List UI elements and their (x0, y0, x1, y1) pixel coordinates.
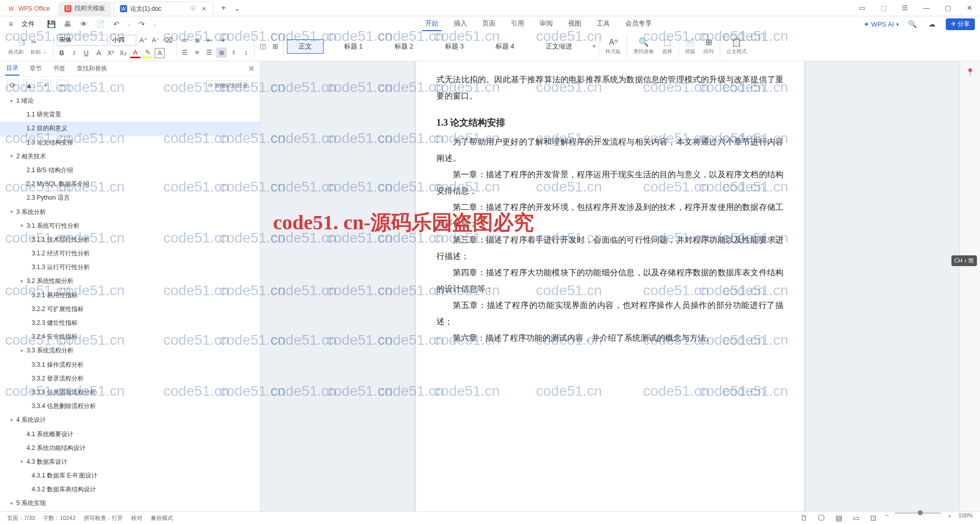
toc-item[interactable]: 2.2 MySQL 数据库介绍 (0, 177, 260, 191)
zoom-out-icon[interactable]: − (885, 512, 888, 523)
toc-item[interactable]: 3.1.2 经济可行性分析 (0, 247, 260, 260)
toc-item[interactable]: ▾4 系统设计 (0, 413, 260, 427)
increase-font-icon[interactable]: A⁺ (138, 35, 149, 45)
add-tab-button[interactable]: ＋ (217, 2, 230, 14)
toc-item[interactable]: 4.3.1 数据库 E-R 图设计 (0, 469, 260, 483)
style-body[interactable]: 正文 (287, 39, 324, 54)
app-tab[interactable]: W WPS Office (1, 2, 56, 16)
status-page[interactable]: 页面：7/33 (7, 514, 35, 522)
menu-insert[interactable]: 插入 (451, 17, 470, 31)
toc-item[interactable]: ▾1 绪论 (0, 94, 260, 108)
line-spacing-icon[interactable]: ↕ (241, 47, 251, 58)
menu-start[interactable]: 开始 (422, 17, 442, 31)
status-spell[interactable]: 拼写检查：打开 (84, 514, 123, 522)
menu-view[interactable]: 视图 (565, 17, 584, 31)
toc-item[interactable]: ▾4.3 数据库设计 (0, 455, 260, 469)
toc-item[interactable]: 3.2.1 易用性指标 (0, 289, 260, 302)
smart-toc-button[interactable]: ⟳智能识别目录 (204, 80, 253, 91)
toc-item[interactable]: 4.2 系统功能结构设计 (0, 441, 260, 455)
styles-group[interactable]: Aᵅ样式集 (602, 33, 624, 60)
close-window-icon[interactable]: ✕ (959, 0, 980, 16)
sidetab-chapter[interactable]: 章节 (29, 62, 43, 75)
bold-icon[interactable]: B (57, 48, 67, 58)
align-center-icon[interactable]: ≡ (192, 47, 202, 58)
align-left-icon[interactable]: ☰ (180, 47, 190, 58)
document-area[interactable]: ⋮⋮ 式无法比拟的。因此基于推荐算法的电影推荐系统为数据信息的管理模式的升级与改… (260, 61, 960, 511)
toc-item[interactable]: 1.2 目的和意义 (0, 122, 260, 135)
align-justify-icon[interactable]: ≣ (216, 47, 227, 58)
zoom-label[interactable]: 100% (959, 512, 973, 523)
format-brush[interactable]: 格式刷 (8, 49, 23, 56)
toc-item[interactable]: 3.3.2 登录流程分析 (0, 372, 260, 386)
preview-icon[interactable]: 👁 (78, 18, 89, 30)
toc-item[interactable]: 4.3.2 数据库表结构设计 (0, 483, 260, 496)
decrease-font-icon[interactable]: A⁻ (151, 35, 161, 45)
toc-item[interactable]: ▾3.1 系统可行性分析 (0, 219, 260, 233)
sidetab-find[interactable]: 查找和替换 (76, 62, 108, 75)
toc-item[interactable]: 3.2.3 健壮性指标 (0, 316, 260, 330)
decrease-indent-icon[interactable]: ⇤ (204, 35, 214, 45)
clear-format-icon[interactable]: ⌫ (163, 35, 173, 45)
file-menu[interactable]: 文件 (21, 19, 35, 29)
borders-icon[interactable]: ⊞ (270, 41, 280, 52)
toc-item[interactable]: 3.2.2 可扩展性指标 (0, 302, 260, 316)
font-select[interactable] (57, 35, 108, 46)
shading-icon[interactable]: ◫ (258, 41, 268, 52)
toc-item[interactable]: 2.1 B/S 结构介绍 (0, 163, 260, 177)
toc-item[interactable]: 3.2.4 安全性指标 (0, 330, 260, 344)
menu-tool[interactable]: 工具 (594, 17, 613, 31)
toc-item[interactable]: 4.1 系统概要设计 (0, 427, 260, 441)
toc-item[interactable]: ▾3 系统分析 (0, 205, 260, 219)
toc-remove-icon[interactable]: − (56, 80, 67, 91)
maximize-icon[interactable]: ▢ (937, 0, 959, 16)
status-words[interactable]: 字数：10242 (43, 514, 76, 522)
doc-icon2[interactable]: 📄 (94, 18, 106, 30)
toc-item[interactable]: 3.1.3 运行可行性分析 (0, 260, 260, 274)
minimize-icon[interactable]: — (916, 0, 937, 16)
ime-indicator[interactable]: CH ♪ 简 (951, 255, 977, 266)
sidetab-toc[interactable]: 目录 (5, 62, 19, 76)
view-read-icon[interactable]: ▭ (850, 512, 862, 523)
wincube-icon[interactable]: ⬚ (873, 0, 894, 16)
toc-item[interactable]: 3.1.1 技术可行性分析 (0, 233, 260, 247)
toc-item[interactable]: 3.3.1 操作流程分析 (0, 358, 260, 372)
save-icon[interactable]: 💾 (45, 18, 57, 30)
copy-icon[interactable]: 📑 (16, 37, 27, 47)
number-list-icon[interactable]: ≣ (192, 35, 202, 45)
tab-template[interactable]: D 找稻壳模板 (58, 2, 111, 16)
highlight-icon[interactable]: ✎ (142, 48, 153, 58)
toc-item[interactable]: 1.1 研究背景 (0, 108, 260, 122)
toc-item[interactable]: ▾2 相关技术 (0, 150, 260, 163)
winbox-icon[interactable]: ▭ (851, 0, 873, 16)
align-right-icon[interactable]: ☰ (204, 47, 214, 58)
wps-ai-button[interactable]: ✦WPS AI▾ (864, 20, 899, 28)
toc-item[interactable]: 3.3.3 信息添加流程分析 (0, 386, 260, 399)
bullet-list-icon[interactable]: ≔ (180, 35, 190, 45)
distribute-icon[interactable]: ⫴ (229, 47, 239, 58)
print-icon[interactable]: 🖶 (62, 18, 73, 30)
menu-page[interactable]: 页面 (479, 17, 499, 31)
view-web-icon[interactable]: 🖵 (816, 512, 827, 523)
redo-icon[interactable]: ↷ (136, 18, 148, 30)
close-sidebar-icon[interactable]: ✕ (248, 64, 255, 74)
tab-doc[interactable]: W 论文(1).doc ⦿ ✕ (113, 2, 213, 16)
sidetab-bookmark[interactable]: 书签 (52, 62, 66, 75)
toc-add-icon[interactable]: ＋ (40, 80, 51, 91)
toc-item[interactable]: ▾5 系统实现 (0, 496, 260, 510)
toc-expand-icon[interactable]: ⟳ (7, 80, 18, 91)
style-h3[interactable]: 标题 3 (434, 40, 475, 53)
gov-group[interactable]: 📋公文模式 (723, 33, 750, 60)
menu-ref[interactable]: 引用 (508, 17, 527, 31)
strike-icon[interactable]: A̶ (93, 48, 104, 58)
increase-indent-icon[interactable]: ⇥ (216, 35, 227, 45)
toc-item[interactable]: ▾3.2 系统性能分析 (0, 274, 260, 288)
select-group[interactable]: ⬚选择 (659, 33, 675, 60)
toc-item[interactable]: 1.3 论文结构安排 (0, 136, 260, 150)
style-indent[interactable]: 正文缩进 (534, 40, 583, 53)
paste-button[interactable]: 粘贴 (31, 49, 41, 56)
zoom-slider[interactable] (918, 510, 923, 515)
share-button[interactable]: ✈ 分享 (946, 18, 975, 30)
menu-review[interactable]: 审阅 (536, 17, 556, 31)
locate-icon[interactable]: 📍 (965, 66, 976, 78)
close-icon[interactable]: ✕ (201, 5, 207, 13)
